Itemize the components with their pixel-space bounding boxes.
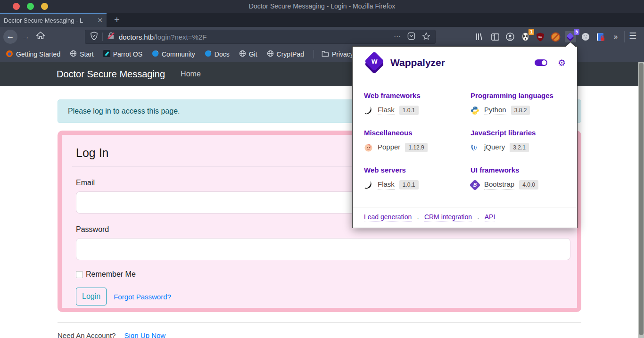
globe-icon [70,50,77,58]
wappalyzer-footer: Lead generation · CRM integration · API [353,207,577,228]
signup-link[interactable]: Sign Up Now [124,331,166,338]
bookmark-folder-privacy[interactable]: Privacy [322,50,354,58]
back-button[interactable]: ← [3,30,17,44]
popper-icon [364,143,373,152]
bookmark-parrot-os[interactable]: Parrot OS [103,50,142,58]
privacy-badger-badge: 1 [528,29,534,35]
wappalyzer-detections: Web frameworks Flask 1.0.1 Programming l… [353,79,577,207]
nav-link-home[interactable]: Home [181,70,201,78]
globe-icon [267,50,274,58]
shield-icon[interactable] [90,32,98,42]
tech-version-badge: 1.0.1 [399,180,419,190]
tech-link[interactable]: Popper [378,143,400,152]
section-heading: UI frameworks [471,166,566,174]
parrot-icon [103,50,110,58]
privacy-badger-icon[interactable]: 1 [520,31,531,42]
wappalyzer-logo-icon: w [364,52,385,73]
bootstrap-icon: B [471,181,479,190]
pocket-icon[interactable] [407,32,415,41]
section-javascript-libraries: JavaScript libraries jQuery 3.2.1 [471,129,566,152]
page-divider [58,322,581,323]
toolbar-separator [624,31,625,42]
bookmark-getting-started[interactable]: Getting Started [6,50,60,59]
wappalyzer-toolbar-icon[interactable]: 5 [565,31,576,42]
section-programming-languages: Programming languages Python 3.8.2 [471,91,566,115]
hamburger-menu-icon[interactable]: ☰ [629,31,636,41]
signup-row: Need An Account? Sign Up Now [58,331,165,338]
navigation-toolbar: ← → doctors.htb/login?next=%2F ⋯ 1 uO [0,27,644,47]
tech-version-badge: 3.8.2 [511,106,530,115]
section-heading: Web frameworks [364,91,459,99]
cookie-icon[interactable] [580,31,591,42]
tech-row-flask-server: Flask 1.0.1 [364,180,459,190]
tech-version-badge: 4.0.0 [519,180,538,190]
window-titlebar: Doctor Secure Messaging - Login - Mozill… [0,0,644,13]
folder-icon [322,50,329,58]
remember-me-checkbox[interactable] [76,271,83,278]
library-icon[interactable] [474,31,485,42]
tech-row-flask: Flask 1.0.1 [364,106,459,115]
tech-link[interactable]: Flask [378,180,395,190]
tech-link[interactable]: Python [484,106,506,115]
password-field[interactable] [76,238,570,260]
login-actions-row: Login Forgot Password? [76,288,567,305]
page-actions-icon[interactable]: ⋯ [394,33,401,41]
container-lock-icon[interactable] [595,31,606,42]
new-tab-button[interactable]: + [110,14,124,26]
sidebar-toggle-icon[interactable] [489,31,501,42]
tech-row-jquery: jQuery 3.2.1 [471,143,566,152]
wappalyzer-popup: w Wappalyzer ⚙ Web frameworks Flask 1.0.… [352,46,578,228]
scrollbar-thumb[interactable] [639,63,644,335]
wappalyzer-settings-gear-icon[interactable]: ⚙ [558,58,566,68]
ublock-origin-icon[interactable]: uO [535,31,546,42]
globe-icon [239,50,246,58]
tech-row-python: Python 3.8.2 [471,106,566,115]
svg-text:uO: uO [538,35,542,38]
bookmark-start[interactable]: Start [70,50,94,58]
section-miscellaneous: Miscellaneous Popper 1.12.9 [364,129,459,152]
bookmark-star-icon[interactable] [422,32,430,42]
blue-circle-icon [152,50,159,58]
tab-title: Doctor Secure Messaging - L [4,17,95,24]
tech-link[interactable]: jQuery [484,143,505,152]
tech-link[interactable]: Bootstrap [484,180,514,190]
section-heading: JavaScript libraries [471,129,566,137]
window-title: Doctor Secure Messaging - Login - Mozill… [0,2,644,10]
bookmark-git[interactable]: Git [239,50,257,58]
blue-circle-icon [205,50,212,58]
wappalyzer-toggle-switch[interactable] [535,59,547,66]
url-bar[interactable]: doctors.htb/login?next=%2F ⋯ [85,30,436,44]
firefox-icon [6,50,13,59]
bookmark-cryptpad[interactable]: CryptPad [267,50,304,58]
footer-dot: · [417,214,419,222]
tab-close-icon[interactable]: ✕ [97,16,103,24]
overflow-chevron-icon[interactable]: » [610,31,621,42]
urlbar-separator [102,33,103,41]
forward-button[interactable]: → [22,31,30,43]
account-icon[interactable] [504,31,516,42]
scrollbar-track[interactable] [638,62,644,338]
python-icon [471,106,479,115]
insecure-lock-icon[interactable] [107,32,115,42]
tech-row-bootstrap: B Bootstrap 4.0.0 [471,180,566,190]
noscript-icon[interactable] [550,31,561,42]
tech-link[interactable]: Flask [378,106,395,115]
lead-generation-link[interactable]: Lead generation [364,213,412,222]
remember-me-label: Remember Me [86,270,136,279]
home-icon[interactable] [36,31,47,43]
forgot-password-link[interactable]: Forgot Password? [114,293,171,301]
login-button[interactable]: Login [76,288,107,305]
url-text[interactable]: doctors.htb/login?next=%2F [119,33,387,41]
footer-dot: · [477,214,479,222]
crm-integration-link[interactable]: CRM integration [424,213,472,222]
wappalyzer-badge: 5 [574,29,579,35]
site-brand[interactable]: Doctor Secure Messaging [57,69,165,80]
bookmark-docs[interactable]: Docs [205,50,230,58]
url-domain: doctors.htb [119,33,154,41]
api-link[interactable]: API [485,213,495,222]
browser-tab[interactable]: Doctor Secure Messaging - L ✕ [0,13,107,27]
url-path: /login?next=%2F [154,33,206,41]
wappalyzer-brand: Wappalyzer [390,57,535,68]
alert-text: Please log in to access this page. [68,107,180,115]
bookmark-community[interactable]: Community [152,50,195,58]
